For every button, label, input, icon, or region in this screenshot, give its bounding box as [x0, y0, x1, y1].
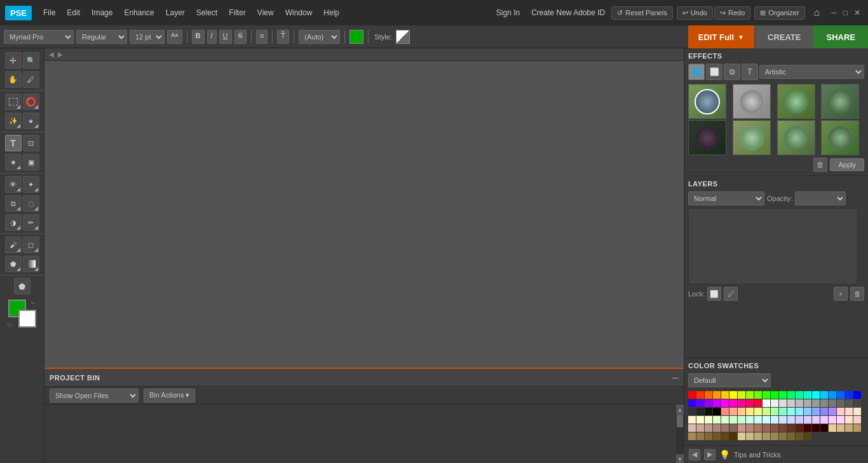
home-btn[interactable]: ⌂	[809, 5, 825, 20]
effects-photo-icon[interactable]: 🌐	[688, 64, 705, 80]
color-swatch[interactable]	[845, 416, 853, 424]
color-swatch[interactable]	[787, 399, 795, 407]
color-swatch[interactable]	[812, 424, 820, 432]
effect-thumb-2[interactable]	[733, 84, 771, 119]
color-swatch[interactable]	[721, 416, 729, 424]
effects-text-icon[interactable]: T	[742, 64, 758, 80]
tips-next-btn[interactable]: ▶	[704, 449, 715, 460]
redo-btn[interactable]: ↪ Redo	[714, 6, 750, 20]
color-swatch[interactable]	[845, 391, 853, 399]
color-swatch[interactable]	[853, 408, 861, 415]
color-swatch[interactable]	[746, 391, 754, 399]
color-swatch[interactable]	[829, 391, 836, 399]
color-swatch[interactable]	[721, 391, 729, 399]
close-btn[interactable]: ✕	[851, 8, 863, 17]
color-swatch[interactable]	[696, 432, 704, 440]
3d-tool[interactable]: ▣	[23, 154, 39, 170]
minimize-btn[interactable]: ─	[829, 8, 839, 17]
color-swatch[interactable]	[713, 432, 721, 440]
color-swatch[interactable]	[779, 416, 787, 424]
quick-select-tool[interactable]: ★	[23, 113, 39, 129]
color-swatch[interactable]	[721, 408, 729, 415]
color-swatch[interactable]	[820, 399, 828, 407]
color-swatch[interactable]	[787, 391, 795, 399]
color-swatch[interactable]	[771, 408, 778, 415]
color-swatch[interactable]	[771, 391, 778, 399]
canvas-scroll-right[interactable]: ▶	[56, 51, 65, 58]
bin-scrollbar[interactable]: ▲ ▼	[676, 404, 684, 463]
color-swatch[interactable]	[796, 416, 803, 424]
effects-category-select[interactable]: Artistic	[759, 65, 864, 79]
color-swatch[interactable]	[754, 432, 762, 440]
color-swatch[interactable]	[771, 432, 778, 440]
color-swatch[interactable]	[705, 416, 712, 424]
menu-layer[interactable]: Layer	[161, 6, 190, 20]
color-swatch[interactable]	[721, 432, 729, 440]
crop-tool[interactable]: ⊡	[23, 135, 39, 151]
color-swatch[interactable]	[804, 432, 811, 440]
undo-btn[interactable]: ↩ Undo	[677, 6, 713, 20]
show-files-select[interactable]: Show Open Files	[50, 389, 139, 403]
color-swatch[interactable]	[721, 399, 729, 407]
restore-btn[interactable]: □	[841, 8, 850, 17]
color-swatch[interactable]	[771, 416, 778, 424]
menu-help[interactable]: Help	[318, 6, 344, 20]
color-swatch[interactable]	[763, 399, 770, 407]
opacity-select[interactable]	[795, 191, 846, 205]
color-swatch[interactable]	[853, 399, 861, 407]
color-swatch[interactable]	[845, 408, 853, 415]
bin-scroll-thumb[interactable]	[677, 415, 683, 427]
color-swatch[interactable]	[771, 399, 778, 407]
color-swatch[interactable]	[837, 424, 844, 432]
style-swatch[interactable]	[396, 30, 410, 44]
reset-panels-btn[interactable]: ↺ Reset Panels	[611, 6, 672, 20]
color-swatch[interactable]	[820, 424, 828, 432]
effect-thumb-6[interactable]	[733, 120, 771, 155]
color-swatch[interactable]	[705, 432, 712, 440]
redeye-tool[interactable]: 👁	[5, 176, 22, 193]
color-swatch[interactable]	[820, 391, 828, 399]
text-align-btn[interactable]: ≡	[256, 30, 268, 44]
color-swatch[interactable]	[738, 408, 745, 415]
color-swatch[interactable]	[779, 424, 787, 432]
marquee-tool[interactable]	[5, 93, 22, 110]
hand-tool[interactable]: ✋	[5, 71, 22, 88]
color-swatch[interactable]	[853, 424, 861, 432]
color-swatch[interactable]	[837, 391, 844, 399]
color-swatch[interactable]	[771, 424, 778, 432]
color-swatch[interactable]	[696, 416, 704, 424]
color-swatch[interactable]	[738, 416, 745, 424]
font-family-select[interactable]: Myriad Pro	[4, 30, 74, 44]
menu-enhance[interactable]: Enhance	[119, 6, 159, 20]
color-swatch[interactable]	[845, 399, 853, 407]
color-swatch[interactable]	[705, 391, 712, 399]
color-swatch[interactable]	[779, 408, 787, 415]
zoom-tool[interactable]: 🔍	[23, 52, 39, 69]
color-swatch[interactable]	[713, 391, 721, 399]
paint-bucket-tool[interactable]: ⬟	[5, 256, 22, 272]
color-swatch[interactable]	[705, 424, 712, 432]
delete-layer-btn[interactable]: 🗑	[850, 287, 864, 301]
bin-actions-btn[interactable]: Bin Actions ▾	[144, 389, 195, 403]
effect-thumb-8[interactable]	[821, 120, 859, 155]
effect-thumb-4[interactable]	[821, 84, 859, 119]
color-swatch[interactable]	[729, 432, 737, 440]
move-tool[interactable]: ✛	[5, 52, 22, 69]
color-swatch[interactable]	[738, 424, 745, 432]
swap-colors-icon[interactable]: ↔	[31, 300, 36, 306]
menu-image[interactable]: Image	[86, 6, 118, 20]
color-swatch[interactable]	[837, 416, 844, 424]
menu-select[interactable]: Select	[191, 6, 222, 20]
eraser-tool[interactable]: ◻	[23, 237, 39, 253]
sign-in-link[interactable]: Sign In	[491, 6, 525, 20]
text-bold-btn[interactable]: B	[192, 30, 205, 44]
font-size-select[interactable]: 12 pt	[130, 30, 165, 44]
color-swatch[interactable]	[829, 424, 836, 432]
color-swatch[interactable]	[729, 408, 737, 415]
bin-scroll-up[interactable]: ▲	[676, 404, 684, 415]
color-swatch[interactable]	[796, 391, 803, 399]
font-style-select[interactable]: Regular	[76, 30, 127, 44]
reset-colors-icon[interactable]: □	[8, 322, 11, 328]
color-swatch[interactable]	[738, 391, 745, 399]
menu-edit[interactable]: Edit	[62, 6, 85, 20]
